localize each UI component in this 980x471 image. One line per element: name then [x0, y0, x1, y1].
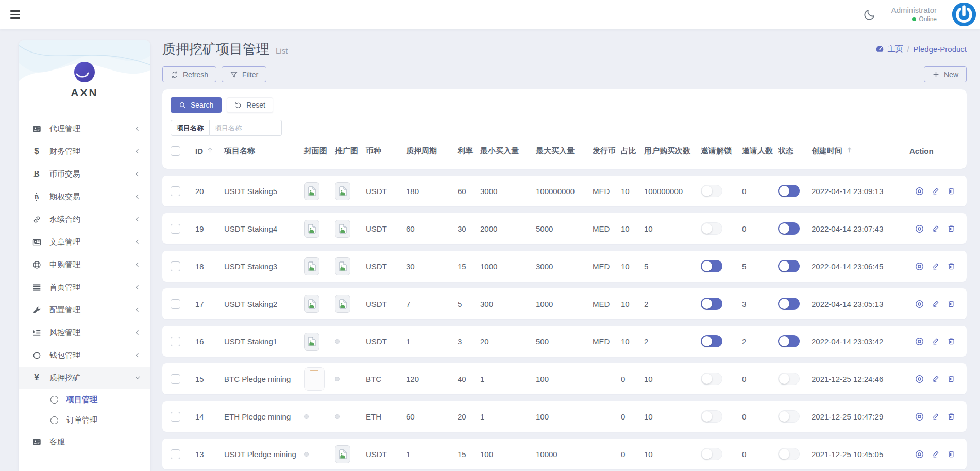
column-header-邀请人数[interactable]: 邀请人数 — [742, 146, 778, 156]
edit-button[interactable] — [932, 187, 940, 195]
row-checkbox[interactable] — [171, 261, 180, 271]
row-checkbox[interactable] — [171, 186, 180, 196]
sidebar-item-配置管理[interactable]: 配置管理 — [19, 299, 150, 321]
invite-unlock-toggle[interactable] — [701, 185, 722, 197]
yen-icon: ¥ — [34, 373, 39, 383]
refresh-button[interactable]: Refresh — [162, 66, 216, 82]
invite-unlock-toggle[interactable] — [701, 335, 722, 347]
delete-button[interactable] — [947, 300, 955, 308]
status-toggle[interactable] — [778, 298, 800, 310]
row-checkbox[interactable] — [171, 412, 180, 422]
view-button[interactable] — [915, 224, 924, 234]
column-header-用户购买次数[interactable]: 用户购买次数 — [644, 146, 701, 156]
sidebar-subitem-项目管理[interactable]: 项目管理 — [19, 389, 150, 410]
plus-icon — [932, 71, 940, 78]
sidebar-item-期权交易[interactable]: B期权交易 — [19, 185, 150, 208]
column-header-最小买入量[interactable]: 最小买入量 — [480, 146, 536, 156]
chevron-left-icon — [134, 216, 141, 223]
delete-button[interactable] — [947, 224, 955, 233]
blank-image-thumbnail — [304, 367, 325, 391]
sidebar-item-首页管理[interactable]: 首页管理 — [19, 276, 150, 299]
sidebar-toggle-icon[interactable] — [10, 9, 24, 20]
status-toggle[interactable] — [778, 410, 800, 423]
view-button[interactable] — [915, 449, 924, 459]
sidebar-subitem-订单管理[interactable]: 订单管理 — [19, 410, 150, 430]
view-button[interactable] — [915, 337, 924, 346]
sidebar-item-文章管理[interactable]: 文章管理 — [19, 231, 150, 253]
edit-button[interactable] — [932, 262, 940, 270]
cell-coin: USDT — [366, 337, 406, 346]
cell-id: 20 — [195, 187, 224, 196]
breadcrumb-home[interactable]: 主页 — [875, 44, 903, 54]
row-checkbox[interactable] — [171, 337, 180, 346]
column-header-占比[interactable]: 占比 — [621, 146, 644, 156]
column-header-发行币[interactable]: 发行币 — [593, 146, 621, 156]
column-header-项目名称[interactable]: 项目名称 — [224, 146, 304, 156]
delete-button[interactable] — [947, 262, 955, 270]
edit-button[interactable] — [932, 337, 940, 345]
invite-unlock-toggle[interactable] — [701, 373, 722, 385]
dark-mode-icon[interactable] — [864, 8, 876, 21]
row-checkbox[interactable] — [171, 224, 180, 234]
edit-button[interactable] — [932, 375, 940, 383]
column-header-质押周期[interactable]: 质押周期 — [406, 146, 458, 156]
column-header-状态[interactable]: 状态 — [778, 146, 812, 156]
project-name-input[interactable] — [210, 120, 282, 136]
column-header-邀请解锁[interactable]: 邀请解锁 — [701, 146, 742, 156]
row-checkbox[interactable] — [171, 449, 180, 459]
view-button[interactable] — [915, 374, 924, 384]
edit-button[interactable] — [932, 300, 940, 308]
status-toggle[interactable] — [778, 448, 800, 460]
delete-button[interactable] — [947, 375, 955, 383]
row-checkbox[interactable] — [171, 374, 180, 384]
column-header-Action[interactable]: Action — [909, 147, 960, 155]
sidebar-item-代理管理[interactable]: 代理管理 — [19, 117, 150, 140]
status-toggle[interactable] — [778, 222, 800, 235]
avatar[interactable] — [952, 3, 976, 26]
view-button[interactable] — [915, 299, 924, 309]
sidebar-item-永续合约[interactable]: 永续合约 — [19, 208, 150, 231]
invite-unlock-toggle[interactable] — [701, 448, 722, 460]
sidebar-item-财务管理[interactable]: $财务管理 — [19, 140, 150, 163]
column-header-币种[interactable]: 币种 — [366, 146, 406, 156]
delete-button[interactable] — [947, 412, 955, 421]
status-toggle[interactable] — [778, 185, 800, 197]
delete-button[interactable] — [947, 187, 955, 195]
invite-unlock-toggle[interactable] — [701, 410, 722, 423]
row-checkbox[interactable] — [171, 299, 180, 309]
sidebar-item-质押挖矿[interactable]: ¥质押挖矿 — [19, 367, 150, 389]
invite-unlock-toggle[interactable] — [701, 260, 722, 272]
view-button[interactable] — [915, 412, 924, 422]
reset-button[interactable]: Reset — [227, 97, 273, 113]
column-header-利率[interactable]: 利率 — [458, 146, 480, 156]
new-button[interactable]: New — [924, 66, 967, 82]
status-toggle[interactable] — [778, 373, 800, 385]
view-button[interactable] — [915, 186, 924, 196]
delete-button[interactable] — [947, 337, 955, 345]
filter-button[interactable]: Filter — [222, 66, 266, 82]
sidebar-item-客服[interactable]: 客服 — [19, 430, 150, 453]
column-header-封面图[interactable]: 封面图 — [304, 146, 335, 156]
column-header-ID[interactable]: ID — [195, 146, 224, 155]
view-button[interactable] — [915, 261, 924, 271]
invite-unlock-toggle[interactable] — [701, 298, 722, 310]
status-toggle[interactable] — [778, 335, 800, 347]
column-header-推广图[interactable]: 推广图 — [335, 146, 366, 156]
edit-button[interactable] — [932, 224, 940, 233]
edit-button[interactable] — [932, 412, 940, 421]
cell-max-buy: 100000000 — [536, 187, 593, 196]
column-header-最大买入量[interactable]: 最大买入量 — [536, 146, 593, 156]
sidebar-item-风控管理[interactable]: 风控管理 — [19, 321, 150, 344]
sidebar-item-申购管理[interactable]: 申购管理 — [19, 253, 150, 276]
sidebar-item-币币交易[interactable]: B币币交易 — [19, 163, 150, 185]
invite-unlock-toggle[interactable] — [701, 222, 722, 235]
edit-button[interactable] — [932, 450, 940, 458]
sidebar-item-label: 永续合约 — [49, 215, 134, 224]
select-all-checkbox[interactable] — [171, 146, 180, 156]
delete-button[interactable] — [947, 450, 955, 458]
column-header-创建时间[interactable]: 创建时间 — [812, 146, 909, 156]
sidebar-item-钱包管理[interactable]: 钱包管理 — [19, 344, 150, 367]
search-button[interactable]: Search — [171, 97, 222, 113]
cell-ratio: 10 — [621, 300, 644, 308]
status-toggle[interactable] — [778, 260, 800, 272]
